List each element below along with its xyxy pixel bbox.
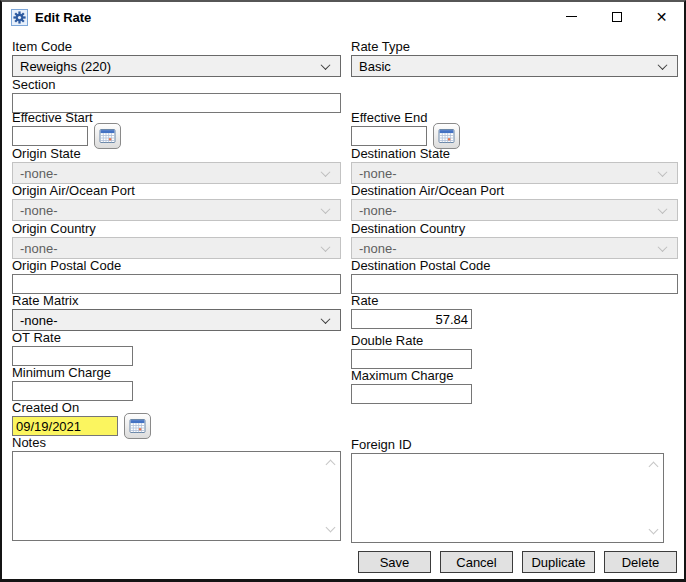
origin-port-label: Origin Air/Ocean Port — [12, 183, 341, 198]
origin-state-select: -none- — [12, 162, 341, 184]
dialog-button-row: Save Cancel Duplicate Delete — [351, 551, 677, 573]
app-gear-icon — [11, 9, 28, 26]
chevron-down-icon — [658, 242, 668, 252]
field-double-rate: Double Rate — [351, 333, 678, 369]
foreign-id-label: Foreign ID — [351, 437, 678, 452]
chevron-down-icon — [321, 204, 331, 214]
maximum-charge-input[interactable] — [351, 384, 472, 404]
scroll-up-icon — [326, 460, 336, 470]
destination-country-label: Destination Country — [351, 221, 678, 236]
minimum-charge-input[interactable] — [12, 381, 133, 401]
chevron-down-icon — [321, 242, 331, 252]
minimum-charge-label: Minimum Charge — [12, 365, 341, 380]
scroll-up-icon — [649, 462, 659, 472]
chevron-down-icon — [658, 204, 668, 214]
scroll-down-icon — [649, 525, 659, 535]
destination-state-value: -none- — [359, 166, 659, 181]
ot-rate-label: OT Rate — [12, 330, 341, 345]
field-foreign-id: Foreign ID — [351, 437, 678, 543]
origin-country-value: -none- — [20, 241, 322, 256]
window-controls: ✕ — [549, 2, 684, 31]
duplicate-button[interactable]: Duplicate — [522, 551, 595, 573]
minimize-button[interactable] — [549, 2, 594, 31]
notes-textarea[interactable] — [12, 451, 341, 541]
field-section: Section — [12, 77, 341, 113]
effective-end-input[interactable] — [351, 126, 427, 146]
edit-rate-dialog: Edit Rate ✕ Item Code Reweighs (220) Sec… — [0, 0, 686, 582]
maximum-charge-label: Maximum Charge — [351, 368, 678, 383]
rate-matrix-select[interactable]: -none- — [12, 309, 341, 331]
field-item-code: Item Code Reweighs (220) — [12, 39, 341, 77]
destination-port-label: Destination Air/Ocean Port — [351, 183, 678, 198]
origin-postal-label: Origin Postal Code — [12, 258, 341, 273]
field-origin-country: Origin Country -none- — [12, 221, 341, 259]
rate-type-value: Basic — [359, 59, 659, 74]
destination-postal-input[interactable] — [351, 274, 678, 294]
cancel-button[interactable]: Cancel — [440, 551, 513, 573]
rate-type-select[interactable]: Basic — [351, 55, 678, 77]
notes-label: Notes — [12, 435, 341, 450]
field-origin-postal: Origin Postal Code — [12, 258, 341, 294]
field-destination-postal: Destination Postal Code — [351, 258, 678, 294]
destination-country-value: -none- — [359, 241, 659, 256]
close-icon: ✕ — [656, 10, 668, 24]
effective-start-input[interactable] — [12, 126, 88, 146]
chevron-down-icon — [658, 167, 668, 177]
double-rate-input[interactable] — [351, 349, 472, 369]
origin-state-value: -none- — [20, 166, 322, 181]
item-code-label: Item Code — [12, 39, 341, 54]
rate-type-label: Rate Type — [351, 39, 678, 54]
effective-start-label: Effective Start — [12, 110, 341, 125]
created-on-input[interactable] — [12, 416, 118, 436]
item-code-select[interactable]: Reweighs (220) — [12, 55, 341, 77]
chevron-down-icon — [658, 60, 668, 70]
field-rate-type: Rate Type Basic — [351, 39, 678, 77]
destination-state-label: Destination State — [351, 146, 678, 161]
field-destination-country: Destination Country -none- — [351, 221, 678, 259]
title-bar: Edit Rate ✕ — [2, 2, 684, 32]
origin-postal-input[interactable] — [12, 274, 341, 294]
created-on-label: Created On — [12, 400, 341, 415]
maximize-button[interactable] — [594, 2, 639, 31]
scroll-down-icon — [326, 523, 336, 533]
save-button[interactable]: Save — [358, 551, 431, 573]
chevron-down-icon — [321, 60, 331, 70]
origin-port-value: -none- — [20, 203, 322, 218]
destination-country-select: -none- — [351, 237, 678, 259]
chevron-down-icon — [321, 314, 331, 324]
window-title: Edit Rate — [35, 10, 91, 25]
rate-matrix-value: -none- — [20, 313, 322, 328]
field-minimum-charge: Minimum Charge — [12, 365, 341, 401]
field-effective-start: Effective Start — [12, 110, 341, 149]
destination-state-select: -none- — [351, 162, 678, 184]
destination-port-select: -none- — [351, 199, 678, 221]
ot-rate-input[interactable] — [12, 346, 133, 366]
field-destination-state: Destination State -none- — [351, 146, 678, 184]
effective-end-label: Effective End — [351, 110, 678, 125]
foreign-id-textarea[interactable] — [351, 453, 664, 543]
field-origin-state: Origin State -none- — [12, 146, 341, 184]
field-notes: Notes — [12, 435, 341, 541]
delete-button[interactable]: Delete — [604, 551, 677, 573]
origin-country-label: Origin Country — [12, 221, 341, 236]
minimize-icon — [566, 16, 577, 17]
section-label: Section — [12, 77, 341, 92]
maximize-icon — [612, 12, 622, 22]
field-destination-port: Destination Air/Ocean Port -none- — [351, 183, 678, 221]
field-maximum-charge: Maximum Charge — [351, 368, 678, 404]
origin-port-select: -none- — [12, 199, 341, 221]
field-effective-end: Effective End — [351, 110, 678, 149]
origin-country-select: -none- — [12, 237, 341, 259]
double-rate-label: Double Rate — [351, 333, 678, 348]
field-rate: Rate — [351, 293, 678, 329]
field-rate-matrix: Rate Matrix -none- — [12, 293, 341, 331]
destination-postal-label: Destination Postal Code — [351, 258, 678, 273]
origin-state-label: Origin State — [12, 146, 341, 161]
field-origin-port: Origin Air/Ocean Port -none- — [12, 183, 341, 221]
rate-input[interactable] — [351, 309, 472, 329]
item-code-value: Reweighs (220) — [20, 59, 322, 74]
close-button[interactable]: ✕ — [639, 2, 684, 31]
chevron-down-icon — [321, 167, 331, 177]
rate-label: Rate — [351, 293, 678, 308]
rate-matrix-label: Rate Matrix — [12, 293, 341, 308]
